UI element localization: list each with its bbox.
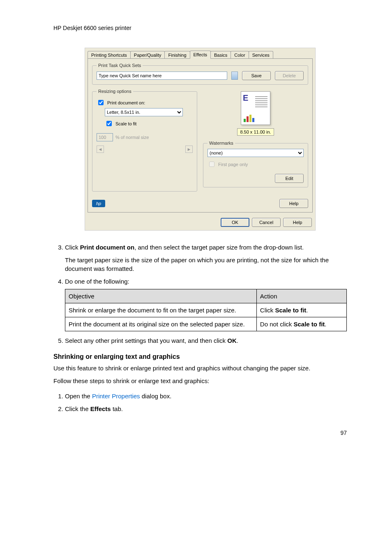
- print-document-on-checkbox[interactable]: [98, 100, 104, 105]
- resizing-legend: Resizing options: [97, 89, 133, 94]
- slider-right-icon: ►: [185, 146, 193, 153]
- watermarks-legend: Watermarks: [208, 141, 235, 146]
- scale-to-fit-checkbox[interactable]: [106, 121, 112, 126]
- cancel-button[interactable]: Cancel: [252, 218, 281, 227]
- table-header-objective: Objective: [65, 289, 257, 303]
- quickset-name-input[interactable]: [97, 72, 227, 80]
- table-row: Shrink or enlarge the document to fit on…: [65, 303, 347, 317]
- step-3: Click Print document on, and then select…: [65, 243, 347, 273]
- section-paragraph-2: Follow these steps to shrink or enlarge …: [53, 377, 347, 386]
- paper-size-select[interactable]: Letter, 8.5x11 in.: [105, 108, 183, 116]
- step-5: Select any other print settings that you…: [65, 336, 347, 345]
- resizing-group: Resizing options Print document on: Lett…: [92, 89, 197, 192]
- objective-action-table: Objective Action Shrink or enlarge the d…: [65, 289, 347, 331]
- tab-printing-shortcuts[interactable]: Printing Shortcuts: [88, 51, 131, 59]
- section-paragraph-1: Use this feature to shrink or enlarge pr…: [53, 364, 347, 373]
- ok-button[interactable]: OK: [221, 218, 249, 227]
- page-number: 97: [53, 430, 347, 436]
- printer-properties-link[interactable]: Printer Properties: [92, 393, 140, 400]
- tab-effects[interactable]: Effects: [190, 51, 211, 59]
- step-3-note: The target paper size is the size of the…: [65, 256, 347, 273]
- tab-basics[interactable]: Basics: [210, 51, 231, 59]
- table-header-action: Action: [256, 289, 346, 303]
- substep-2: Click the Effects tab.: [65, 404, 347, 413]
- percent-label: % of normal size: [115, 135, 149, 140]
- percent-input: [97, 133, 113, 141]
- scale-to-fit-label: Scale to fit: [115, 121, 136, 126]
- tab-finishing[interactable]: Finishing: [164, 51, 190, 59]
- print-properties-dialog: Printing Shortcuts Paper/Quality Finishi…: [85, 48, 316, 231]
- help-button[interactable]: Help: [279, 199, 308, 208]
- dropdown-icon[interactable]: [231, 72, 238, 80]
- substep-1: Open the Printer Properties dialog box.: [65, 392, 347, 400]
- first-page-only-checkbox: [209, 162, 214, 167]
- quickset-delete-button: Delete: [275, 71, 304, 80]
- help-footer-button[interactable]: Help: [283, 218, 312, 227]
- step-4: Do one of the following: Objective Actio…: [65, 277, 347, 331]
- quickset-save-button[interactable]: Save: [242, 71, 271, 80]
- tab-services[interactable]: Services: [249, 51, 273, 59]
- hp-logo-icon: hp: [92, 200, 105, 207]
- print-document-on-label: Print document on:: [107, 100, 145, 105]
- slider-left-icon: ◄: [97, 146, 104, 153]
- tab-paper-quality[interactable]: Paper/Quality: [130, 51, 165, 59]
- section-heading: Shrinking or enlarging text and graphics: [53, 353, 347, 360]
- tab-strip: Printing Shortcuts Paper/Quality Finishi…: [85, 48, 315, 59]
- watermark-select[interactable]: (none): [208, 149, 304, 157]
- quickset-group: Print Task Quick Sets Save Delete: [92, 63, 308, 85]
- watermarks-group: Watermarks (none) First page only Edit: [203, 141, 308, 187]
- document-header: HP Deskjet 6600 series printer: [53, 25, 347, 31]
- watermark-edit-button[interactable]: Edit: [275, 174, 304, 183]
- tab-color[interactable]: Color: [231, 51, 249, 59]
- preview-size-label: 8.50 x 11.00 in.: [237, 128, 274, 136]
- table-row: Print the document at its original size …: [65, 317, 347, 331]
- quickset-legend: Print Task Quick Sets: [97, 63, 143, 68]
- first-page-only-label: First page only: [218, 162, 248, 167]
- page-preview: E: [241, 91, 270, 125]
